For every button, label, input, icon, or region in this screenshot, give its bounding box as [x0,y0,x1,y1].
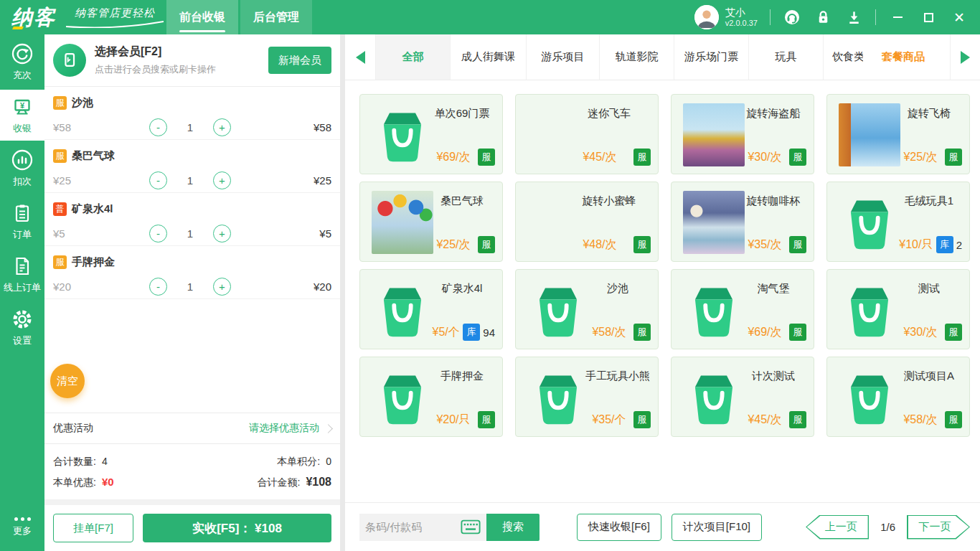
brand-logo: 纳客 [11,7,56,28]
item-name: 桑巴气球 [72,149,115,163]
close-button[interactable]: ✕ [950,8,969,27]
cart-actions: 挂单[F7] 实收[F5]： ¥108 [44,505,340,551]
category-tab-combo[interactable]: 套餐商品 [863,34,943,80]
shopping-bag-icon [370,278,435,342]
decrease-button[interactable]: - [149,171,167,189]
increase-button[interactable]: + [213,225,231,242]
product-card[interactable]: 手牌押金 ¥20/只服 [359,357,503,437]
category-scroll-right-button[interactable] [950,34,980,80]
category-tab[interactable]: 游乐场门票 [674,34,748,80]
product-price: ¥45/次 [566,150,633,165]
user-info: 艾小 v2.0.0.37 [725,6,758,28]
clear-cart-button[interactable]: 清空 [50,364,85,398]
product-photo [683,103,745,166]
item-quantity: 1 [167,227,213,240]
sidebar-item-online-orders[interactable]: 线上订单 [0,249,44,300]
category-tab[interactable]: 玩具 [748,34,823,80]
shopping-bag-icon [837,190,902,255]
checkout-button[interactable]: 实收[F5]： ¥108 [143,514,331,542]
decrease-button[interactable]: - [149,118,167,136]
quick-cashier-button[interactable]: 快速收银[F6] [577,514,661,541]
item-name: 矿泉水4l [72,202,113,216]
item-quantity: 1 [167,174,213,187]
sidebar-item-orders[interactable]: 订单 [0,196,44,247]
category-tab[interactable]: 游乐项目 [526,34,599,80]
product-photo [683,191,745,254]
category-scroll-left-button[interactable] [345,34,375,80]
product-card[interactable]: 计次测试 ¥45/次服 [671,357,814,437]
category-tab[interactable]: 饮食类 [823,34,863,80]
prev-page-button[interactable]: 上一页 [806,515,869,540]
discount-label: 本单优惠: [53,476,96,489]
cart-item-list: 服 沙池 ¥58 - 1 + ¥58 服 [44,87,340,299]
product-card[interactable]: 旋转海盗船 ¥30/次服 [671,94,814,174]
more-dots-icon [14,517,31,521]
keyboard-icon[interactable] [461,519,481,534]
sidebar-item-more[interactable]: 更多 [0,504,44,551]
product-card[interactable]: 迷你飞车 ¥45/次服 [515,94,659,174]
category-tab[interactable]: 轨道影院 [599,34,674,80]
product-name: 迷你飞车 [566,107,652,121]
member-select-area[interactable]: 选择会员[F2] 点击进行会员搜索或刷卡操作 新增会员 [44,34,340,87]
product-card[interactable]: 沙池 ¥58/次服 [515,269,659,349]
increase-button[interactable]: + [213,118,231,136]
member-title: 选择会员[F2] [95,44,216,60]
product-price: ¥30/次 [740,150,789,165]
product-card[interactable]: 旋转飞椅 ¥25/次服 [826,94,970,174]
next-page-button[interactable]: 下一页 [907,515,970,540]
download-icon[interactable] [844,8,863,27]
item-unit-price: ¥5 [53,227,105,240]
avatar[interactable] [694,5,719,29]
shopping-bag-icon [682,278,746,342]
barcode-search-group: 搜索 [359,514,540,541]
product-card[interactable]: 单次69门票 ¥69/次服 [359,94,503,174]
sidebar-item-recharge[interactable]: 充次 [0,37,44,88]
count-item-button[interactable]: 计次项目[F10] [672,514,762,541]
decrease-button[interactable]: - [149,225,167,242]
add-member-button[interactable]: 新增会员 [268,47,331,74]
lock-icon[interactable] [814,8,832,27]
nav-tab-backend-admin[interactable]: 后台管理 [240,0,312,34]
sidebar: 充次 ¥ 收银 扣次 订单 线上订单 设置 [0,34,44,551]
cashier-icon: ¥ [11,95,34,118]
increase-button[interactable]: + [213,278,231,296]
hold-order-button[interactable]: 挂单[F7] [53,514,133,542]
category-tab-bar: 全部 成人街舞课 游乐项目 轨道影院 游乐场门票 玩具 饮食类 套餐商品 [345,34,980,80]
barcode-input[interactable] [365,521,461,533]
product-name: 矿泉水4l [428,282,496,296]
product-card[interactable]: 旋转咖啡杯 ¥35/次服 [671,182,814,262]
product-card[interactable]: 矿泉水4l ¥5/个库94 [359,269,503,349]
product-card[interactable]: 毛绒玩具1 ¥10/只库2 [826,182,970,262]
category-tab[interactable]: 成人街舞课 [450,34,526,80]
arrow-right-icon [961,51,970,64]
product-card[interactable]: 淘气堡 ¥69/次服 [671,269,814,349]
product-card[interactable]: 桑巴气球 ¥25/次服 [359,182,503,262]
search-button[interactable]: 搜索 [486,514,540,541]
increase-button[interactable]: + [213,171,231,189]
product-card[interactable]: 测试 ¥30/次服 [826,269,970,349]
minimize-button[interactable] [888,8,907,27]
nav-tab-front-cashier[interactable]: 前台收银 [166,0,238,34]
chevron-right-icon [324,424,333,433]
support-icon[interactable] [783,8,801,27]
item-type-badge: 服 [53,96,67,110]
sidebar-item-settings[interactable]: 设置 [0,302,44,353]
page-indicator: 1/6 [880,521,895,533]
decrease-button[interactable]: - [149,278,167,296]
sidebar-item-deduct[interactable]: 扣次 [0,143,44,194]
product-name: 单次69门票 [428,107,496,121]
product-price: ¥45/次 [740,413,789,428]
stock-count: 94 [483,326,495,339]
product-card[interactable]: 测试项目A ¥58/次服 [826,357,970,437]
shopping-bag-icon [837,278,902,342]
category-tab-all[interactable]: 全部 [375,34,450,80]
product-card[interactable]: 旋转小蜜蜂 ¥48/次服 [515,182,659,262]
member-texts: 选择会员[F2] 点击进行会员搜索或刷卡操作 [95,44,216,76]
maximize-button[interactable] [919,8,938,27]
product-name: 手工玩具小熊 [583,369,652,383]
item-total: ¥20 [314,281,331,293]
select-promo-link[interactable]: 请选择优惠活动 [249,422,331,435]
sidebar-item-cashier[interactable]: ¥ 收银 [0,90,44,141]
points-value: 0 [326,456,331,467]
product-card[interactable]: 手工玩具小熊 ¥35/个服 [515,357,659,437]
